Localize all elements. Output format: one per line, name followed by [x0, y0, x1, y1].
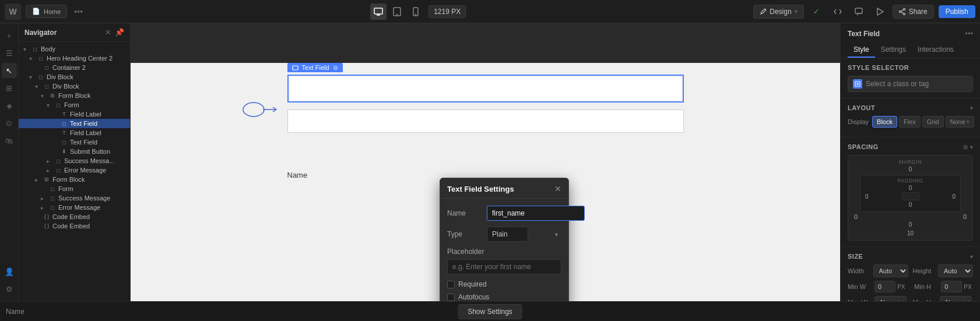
rp-title-row: Text Field •••: [848, 29, 973, 38]
style-selector-placeholder: Select a class or tag: [866, 80, 968, 88]
second-text-field[interactable]: [287, 110, 684, 133]
padding-label: PADDING: [865, 178, 956, 184]
design-mode-button[interactable]: Design ▾: [753, 5, 803, 19]
spacing-more-icon[interactable]: ▾: [970, 144, 973, 150]
toolbar-icon-cms[interactable]: ⊙: [2, 115, 17, 130]
tree-item-div1[interactable]: ▾ □ Div Block: [19, 72, 130, 82]
padding-top-value[interactable]: 0: [865, 185, 956, 191]
tree-item-error-msg[interactable]: ▸ □ Error Message: [19, 165, 130, 175]
tree-label: Error Message: [58, 204, 100, 211]
more-pages-button[interactable]: •••: [74, 7, 83, 16]
desktop-viewport-button[interactable]: [370, 3, 387, 20]
second-field-input[interactable]: [287, 110, 684, 133]
tree-item-success-msg[interactable]: ▸ □ Success Messa...: [19, 156, 130, 165]
tree-item-code-embed-1[interactable]: ▸ { } Code Embed: [19, 212, 130, 221]
margin-bottom-val[interactable]: 0: [852, 221, 969, 228]
height-select[interactable]: Auto % px: [938, 264, 973, 277]
max-w-select[interactable]: None % px: [874, 296, 907, 301]
tree-item-submit-button[interactable]: ▸ ⬇ Submit Button: [19, 147, 130, 156]
padding-bottom-value[interactable]: 0: [865, 202, 956, 208]
tree-label: Hero Heading Center 2: [47, 55, 113, 62]
display-option-flex[interactable]: Flex: [899, 116, 921, 128]
tree-item-div2[interactable]: ▾ □ Div Block: [19, 82, 130, 91]
padding-left-value[interactable]: 0: [865, 193, 869, 200]
autofocus-row: Autofocus: [447, 293, 561, 301]
tree-item-body[interactable]: ▾ □ Body: [19, 44, 130, 54]
publish-button[interactable]: Publish: [939, 5, 975, 18]
tree-label: Div Block: [52, 83, 79, 90]
navigator-close-icon[interactable]: ✕: [105, 28, 111, 37]
size-expand-icon[interactable]: ▾: [970, 253, 973, 260]
toolbar-icon-add[interactable]: +: [2, 28, 17, 43]
tree-item-code-embed-2[interactable]: ▸ { } Code Embed: [19, 221, 130, 231]
tree-item-form-block-2[interactable]: ▸ ⊞ Form Block: [19, 175, 130, 184]
min-h-input[interactable]: [941, 281, 962, 292]
tree-item-text-field-selected[interactable]: ▸ □ Text Field: [19, 119, 130, 128]
div-icon: □: [43, 83, 51, 90]
text-field-input[interactable]: [290, 77, 682, 100]
padding-right-value[interactable]: 0: [952, 193, 956, 200]
navigator-pin-icon[interactable]: 📌: [115, 28, 124, 37]
display-option-block[interactable]: Block: [872, 116, 897, 128]
tree-item-text-field-2[interactable]: ▸ □ Text Field: [19, 137, 130, 147]
toolbar-icon-ecommerce[interactable]: 🛍: [2, 133, 17, 148]
code-view-button[interactable]: [830, 3, 846, 20]
layout-expand-icon[interactable]: ▾: [970, 105, 973, 111]
tree-item-form[interactable]: ▾ □ Form: [19, 100, 130, 110]
tree-item-success-msg-2[interactable]: ▸ □ Success Message: [19, 193, 130, 203]
margin-left-val[interactable]: 0: [852, 213, 860, 220]
name-input[interactable]: [487, 206, 585, 221]
style-selector-button[interactable]: Select a class or tag: [848, 76, 973, 92]
div-icon-3: □: [54, 158, 62, 164]
padding-bottom-extra[interactable]: 10: [852, 230, 969, 237]
text-field-selected[interactable]: [287, 75, 684, 103]
display-option-grid[interactable]: Grid: [922, 116, 944, 128]
dialog-close-button[interactable]: ✕: [554, 184, 561, 193]
tree-item-container[interactable]: ▾ □ Container 2: [19, 63, 130, 72]
tree-label: Error Message: [64, 167, 106, 174]
tree-item-field-label-1[interactable]: ▸ T Field Label: [19, 110, 130, 119]
canvas[interactable]: Text Field ⚙: [131, 23, 840, 301]
preview-button[interactable]: [872, 3, 888, 20]
tab-interactions[interactable]: Interactions: [912, 43, 960, 58]
comment-button[interactable]: [851, 3, 867, 20]
tree-item-error-msg-2[interactable]: ▸ □ Error Message: [19, 203, 130, 212]
toolbar-icon-navigator[interactable]: ☰: [2, 45, 17, 61]
tab-settings[interactable]: Settings: [875, 43, 912, 58]
max-h-select[interactable]: None % px: [940, 296, 972, 301]
rp-more-icon[interactable]: •••: [965, 29, 973, 38]
placeholder-input[interactable]: [447, 259, 561, 274]
show-settings-button[interactable]: Show Settings: [458, 304, 522, 319]
tree-arrow: ▸: [41, 204, 47, 211]
tree-item-form-2[interactable]: ▸ □ Form: [19, 184, 130, 193]
tree-item-hero[interactable]: ▾ □ Hero Heading Center 2: [19, 54, 130, 63]
tree-item-field-label-2[interactable]: ▸ T Field Label: [19, 128, 130, 137]
toolbar-icon-components[interactable]: ⊞: [2, 80, 17, 96]
toolbar-icon-assets[interactable]: ◈: [2, 98, 17, 113]
tree-item-form-block[interactable]: ▾ ⊞ Form Block: [19, 91, 130, 100]
mobile-viewport-button[interactable]: [408, 3, 424, 20]
spacing-expand-icon[interactable]: ⊞: [963, 144, 968, 150]
min-size-row: Min W PX Min H PX: [848, 281, 973, 292]
type-select[interactable]: Plain Email Password Number: [487, 227, 528, 242]
settings-gear-icon[interactable]: ⚙: [333, 65, 338, 71]
tablet-viewport-button[interactable]: [389, 3, 405, 20]
margin-top-value[interactable]: 0: [852, 166, 969, 172]
margin-right-val[interactable]: 0: [961, 213, 969, 220]
display-option-none[interactable]: None ▾: [946, 116, 974, 128]
home-tab[interactable]: 📄 Home: [26, 5, 67, 18]
min-w-input[interactable]: [874, 281, 895, 292]
min-w-unit: PX: [897, 284, 905, 290]
share-button[interactable]: Share: [893, 5, 934, 19]
tab-style[interactable]: Style: [848, 43, 875, 58]
placeholder-label: Placeholder: [447, 248, 561, 256]
required-checkbox[interactable]: [447, 281, 455, 288]
toolbar-icon-users[interactable]: 👤: [2, 264, 17, 279]
width-select[interactable]: Auto % px: [873, 264, 908, 277]
check-icon-button[interactable]: ✓: [809, 3, 825, 20]
toolbar-icon-settings[interactable]: ⚙: [2, 281, 17, 297]
svg-point-7: [903, 8, 905, 10]
home-tab-label: Home: [44, 8, 61, 15]
autofocus-checkbox[interactable]: [447, 294, 455, 301]
toolbar-icon-cursor[interactable]: ↖: [2, 63, 17, 78]
